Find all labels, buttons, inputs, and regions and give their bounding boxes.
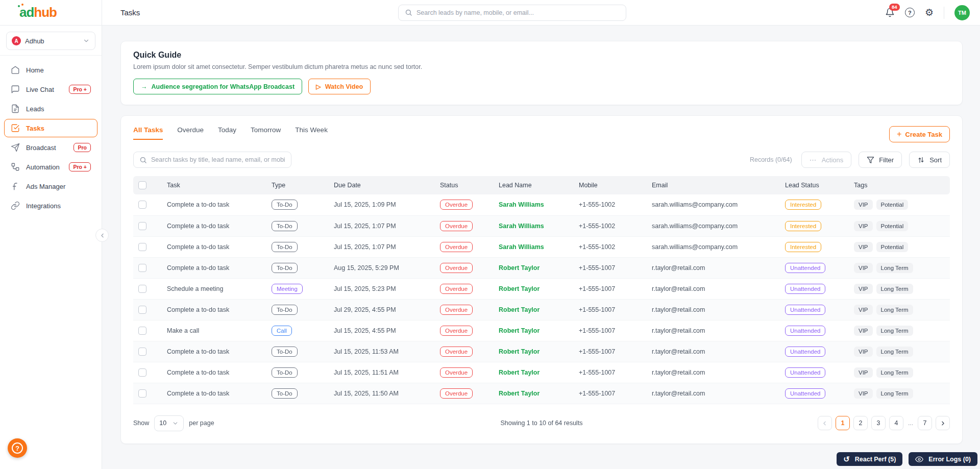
due-date-cell: Jul 15, 2025, 4:55 PM [329,320,435,341]
tag-chip: VIP [854,326,873,336]
sidebar-item-home[interactable]: Home [4,61,97,79]
page-button-7[interactable]: 7 [918,416,932,430]
tag-chip: Potential [876,242,909,252]
chip-call: Call [272,326,292,336]
type-cell: To-Do [266,299,329,320]
user-avatar[interactable]: TM [954,5,970,20]
tags-cell: VIPPotential [849,194,950,215]
tag-chip: Long Term [876,305,913,315]
due-date-cell: Jul 15, 2025, 1:09 PM [329,194,435,215]
actions-button[interactable]: ⋯ Actions [801,152,852,168]
task-cell: Complete a to-do task [162,383,266,404]
page-button-3[interactable]: 3 [871,416,886,430]
tag-chip: Long Term [876,326,913,336]
tab-tomorrow[interactable]: Tomorrow [251,126,281,140]
sidebar-item-automation[interactable]: AutomationPro + [4,158,97,176]
lead-name-cell: Robert Taylor [494,383,574,404]
workspace-selector[interactable]: A Adhub [6,32,95,50]
chip-overdue: Overdue [440,367,473,378]
tag-chip: VIP [854,284,873,294]
task-cell: Complete a to-do task [162,299,266,320]
sidebar-item-tasks[interactable]: Tasks [4,119,97,137]
row-checkbox[interactable] [138,389,146,398]
chevron-left-icon [821,420,828,427]
lead-name-link[interactable]: Robert Taylor [499,285,540,292]
due-date-cell: Jul 15, 2025, 11:50 AM [329,383,435,404]
sidebar-item-ads-manager[interactable]: Ads Manager [4,177,97,195]
row-checkbox[interactable] [138,368,146,377]
lead-name-link[interactable]: Sarah Williams [499,201,544,208]
table-row: Complete a to-do taskTo-DoJul 15, 2025, … [133,236,950,257]
lead-name-link[interactable]: Robert Taylor [499,264,540,271]
row-checkbox[interactable] [138,264,146,272]
watch-video-button[interactable]: ▷ Watch Video [308,79,371,94]
page-button-4[interactable]: 4 [889,416,903,430]
error-logs-button[interactable]: Error Logs (0) [909,452,977,466]
page-button-1[interactable]: 1 [836,416,850,430]
lead-name-link[interactable]: Sarah Williams [499,243,544,251]
help-widget-button[interactable]: ? [8,438,27,458]
records-count: Records (0/64) [750,156,792,163]
logo-antenna-dots [18,5,20,7]
sidebar-item-live-chat[interactable]: Live ChatPro + [4,80,97,98]
notifications-button[interactable]: 84 [885,8,895,17]
row-checkbox[interactable] [138,348,146,356]
sidebar-item-leads[interactable]: Leads [4,100,97,118]
lead-name-cell: Robert Taylor [494,320,574,341]
tasks-card: All TasksOverdueTodayTomorrowThis Week +… [120,115,963,444]
row-checkbox-cell [133,194,162,215]
chip-to-do: To-Do [272,221,298,231]
lead-name-link[interactable]: Robert Taylor [499,369,540,376]
lead-name-link[interactable]: Robert Taylor [499,348,540,355]
global-search-input[interactable] [416,9,620,16]
chip-overdue: Overdue [440,347,473,357]
row-checkbox[interactable] [138,222,146,230]
row-checkbox[interactable] [138,285,146,293]
chip-to-do: To-Do [272,305,298,315]
lead-name-cell: Robert Taylor [494,257,574,278]
tab-all-tasks[interactable]: All Tasks [133,126,163,140]
page-size-select[interactable]: 10 [154,415,184,431]
tags-cell: VIPLong Term [849,299,950,320]
lead-name-link[interactable]: Robert Taylor [499,306,540,313]
audience-segregation-button[interactable]: → Audience segregation for WhatsApp Broa… [133,79,302,94]
per-page-label: per page [189,419,214,427]
task-search-input[interactable] [151,156,285,163]
tab-this-week[interactable]: This Week [295,126,328,140]
sort-button[interactable]: Sort [909,152,950,168]
pager: 1234...7 [818,416,950,430]
previous-page-button[interactable] [818,416,832,430]
sidebar-collapse-button[interactable] [95,229,109,242]
row-checkbox[interactable] [138,201,146,209]
column-header-lead-status: Lead Status [780,176,849,194]
home-icon [11,65,20,75]
question-mark-icon: ? [12,442,23,454]
sidebar-item-broadcast[interactable]: BroadcastPro [4,138,97,157]
create-task-button[interactable]: + Create Task [889,126,950,142]
row-checkbox-cell [133,362,162,383]
broadcast-icon [11,143,20,152]
react-perf-button[interactable]: ↺ React Perf (5) [837,452,902,466]
page-button-2[interactable]: 2 [853,416,868,430]
select-all-checkbox[interactable] [138,181,146,189]
lead-name-link[interactable]: Robert Taylor [499,327,540,334]
settings-button[interactable]: ⚙ [925,8,934,17]
chip-overdue: Overdue [440,263,473,273]
help-button[interactable]: ? [905,8,915,17]
filter-button[interactable]: Filter [859,152,902,168]
next-page-button[interactable] [936,416,950,430]
eye-icon [915,455,923,463]
quick-guide-card: Quick Guide Lorem ipsum dolor sit amet c… [120,41,963,105]
adhub-logo[interactable]: adhub [19,5,57,20]
tab-today[interactable]: Today [218,126,236,140]
row-checkbox[interactable] [138,243,146,251]
task-cell: Schedule a meeting [162,278,266,299]
lead-name-link[interactable]: Robert Taylor [499,390,540,397]
tab-overdue[interactable]: Overdue [177,126,204,140]
row-checkbox[interactable] [138,306,146,314]
sidebar-item-integrations[interactable]: Integrations [4,196,97,215]
lead-name-link[interactable]: Sarah Williams [499,223,544,230]
pagination-row: Show 10 per page Showing 1 to 10 of 64 r… [133,415,950,431]
tag-chip: Long Term [876,388,913,399]
row-checkbox[interactable] [138,327,146,335]
